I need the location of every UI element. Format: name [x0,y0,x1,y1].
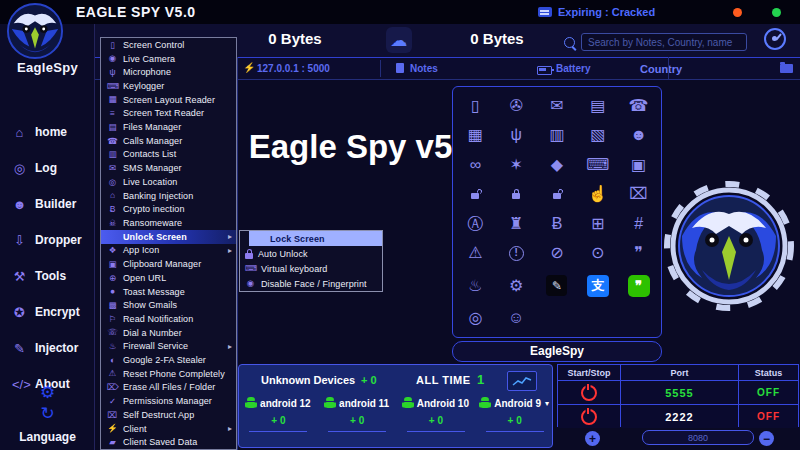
close-dot[interactable] [772,8,781,17]
grid-cell-google-plus[interactable]: ⊞ [577,209,618,239]
sidebar-item-builder[interactable]: ☻Builder [0,186,95,222]
grid-cell-microphone[interactable]: ψ [496,121,537,151]
grid-cell-pencil[interactable]: ✎ [537,268,578,304]
grid-cell-video-camera[interactable]: ✇ [496,91,537,121]
menu-item-erase-all-files-folder[interactable]: ⌦Erase All Files / Folder [101,381,236,395]
menu-item-calls-manager[interactable]: ☎Calls Manager [101,134,236,148]
minimize-dot[interactable] [733,8,742,17]
sidebar-item-injector[interactable]: ✎Injector [0,330,95,366]
grid-cell-building[interactable]: ▦ [455,121,496,151]
menu-item-screen-layout-reader[interactable]: ▦Screen Layout Reader [101,93,236,107]
grid-cell-shield[interactable]: ◆ [537,150,578,180]
sidebar-item-log[interactable]: ◎Log [0,150,95,186]
port-input[interactable] [642,430,754,445]
device-filter-android-9[interactable]: Android 9▾+ 0 [475,395,554,432]
sync-icon[interactable]: ↻ [0,403,95,424]
grid-cell-trash[interactable]: ⌧ [618,180,659,210]
search-input[interactable] [581,33,747,51]
menu-item-read-notification[interactable]: ⚐Read Notification [101,312,236,326]
menu-item-keylogger[interactable]: ⌨Keylogger [101,79,236,93]
menu-item-dial-a-number[interactable]: ☏Dial a Number [101,326,236,340]
grid-cell-folder[interactable]: ▤ [577,91,618,121]
grid-cell-fire[interactable]: ♨ [455,268,496,304]
submenu-item-disable-face-fingerprint[interactable]: ◉Disable Face / Fingerprint [240,276,382,291]
grid-cell-wechat[interactable]: ❞ [618,268,659,304]
language-label[interactable]: Language [0,430,95,444]
folder-icon[interactable] [780,64,793,73]
menu-item-label: Dial a Number [123,328,182,338]
menu-item-client-saved-data[interactable]: ▰Client Saved Data [101,435,236,449]
device-filter-android-10[interactable]: Android 10+ 0 [397,395,476,432]
grid-cell-keyboard[interactable]: ⌨ [577,150,618,180]
grid-cell-android[interactable]: ☻ [618,121,659,151]
menu-item-live-camera[interactable]: ◉Live Camera [101,52,236,66]
remove-port-button[interactable]: − [759,431,774,446]
sidebar-item-dropper[interactable]: ⇩Dropper [0,222,95,258]
grid-cell-link[interactable]: ∞ [455,150,496,180]
grid-cell-map[interactable]: ▧ [577,121,618,151]
country-column-header[interactable]: Country [640,63,682,75]
sidebar-item-encrypt[interactable]: ✪Encrypt [0,294,95,330]
grid-cell-warning[interactable]: ⚠ [455,239,496,269]
grid-cell-hash[interactable]: # [618,209,659,239]
menu-item-ransomeware[interactable]: ☠Ransomeware [101,216,236,230]
grid-cell-clipboard[interactable]: ▣ [618,150,659,180]
grid-cell-phone[interactable]: ☎ [618,91,659,121]
menu-item-firewall-service[interactable]: ♨Firewall Service▸ [101,339,236,353]
device-filter-android-11[interactable]: android 11+ 0 [318,395,397,432]
menu-item-client[interactable]: ⚡Client▸ [101,422,236,436]
sidebar-item-home[interactable]: ⌂home [0,114,95,150]
grid-cell-bitcoin[interactable]: Ƀ [537,209,578,239]
grid-cell-mail[interactable]: ✉ [537,91,578,121]
menu-item-unlock-screen[interactable]: Unlock Screen▸ [101,230,236,244]
grid-cell-contacts[interactable]: ▥ [537,121,578,151]
grid-cell-record[interactable]: ◎ [455,304,496,334]
menu-item-self-destruct-app[interactable]: ⌧Self Destruct App [101,408,236,422]
power-button[interactable] [581,409,597,425]
menu-item-crypto-inection[interactable]: ɃCrypto inection [101,202,236,216]
sidebar-item-tools[interactable]: ⚒Tools [0,258,95,294]
menu-item-permissions-manager[interactable]: ✓Permissions Manager [101,394,236,408]
battery-column-header[interactable]: Battery [556,63,590,74]
notes-column-header[interactable]: Notes [410,63,438,74]
menu-item-clipboard-manager[interactable]: ▣Clipboard Manager [101,257,236,271]
grid-cell-lock-open[interactable] [455,180,496,210]
submenu-item-lock-screen[interactable]: Lock Screen [249,231,382,246]
menu-item-contacts-list[interactable]: ▥Contacts List [101,148,236,162]
grid-cell-tablet[interactable]: ▯ [455,91,496,121]
menu-item-google-2-fa-stealer[interactable]: ◐Google 2-FA Stealer [101,353,236,367]
menu-item-show-gmails[interactable]: ▩Show Gmails [101,298,236,312]
submenu-item-virtual-keyboard[interactable]: ⌨Virtual keyboard [240,261,382,276]
grid-cell-eye[interactable]: ⊙ [577,239,618,269]
grid-cell-alert[interactable]: ! [496,239,537,269]
menu-item-app-icon[interactable]: ❖App Icon▸ [101,244,236,258]
grid-cell-lock-open-alt[interactable] [537,180,578,210]
grid-cell-bug[interactable]: ✶ [496,150,537,180]
menu-item-banking-injection[interactable]: ⌂Banking Injection [101,189,236,203]
grid-cell-lock[interactable] [496,180,537,210]
menu-item-screen-control[interactable]: ▯Screen Control [101,38,236,52]
grid-cell-alipay[interactable]: 支 [577,268,618,304]
grid-cell-hand[interactable]: ☝ [577,180,618,210]
device-filter-android-12[interactable]: android 12+ 0 [239,395,318,432]
grid-cell-circle-a[interactable]: Ⓐ [455,209,496,239]
menu-item-reset-phone-completely[interactable]: ⚠Reset Phone Completely [101,367,236,381]
grid-cell-eye-off[interactable]: ⊘ [537,239,578,269]
menu-item-toast-message[interactable]: ●Toast Message [101,285,236,299]
power-button[interactable] [581,385,597,401]
menu-item-sms-manager[interactable]: ✉SMS Manager [101,161,236,175]
menu-item-open-url[interactable]: ⊕Open URL [101,271,236,285]
grid-cell-person[interactable]: ☺ [496,304,537,334]
menu-item-microphone[interactable]: ψMicrophone [101,65,236,79]
menu-item-live-location[interactable]: ◎Live Location [101,175,236,189]
gear-icon[interactable]: ⚙ [0,382,95,403]
menu-item-files-manager[interactable]: ▤Files Manager [101,120,236,134]
grid-cell-chat[interactable]: ❞ [618,239,659,269]
submenu-item-auto-unlock[interactable]: Auto Unlock [240,246,382,261]
add-port-button[interactable]: + [585,431,600,446]
menu-item-screen-text-reader[interactable]: ≡Screen Text Reader [101,107,236,121]
chart-icon[interactable] [507,371,537,391]
cloud-sync-icon[interactable]: ☁ [386,27,412,53]
grid-cell-bank[interactable]: ♜ [496,209,537,239]
grid-cell-gear[interactable]: ⚙ [496,268,537,304]
